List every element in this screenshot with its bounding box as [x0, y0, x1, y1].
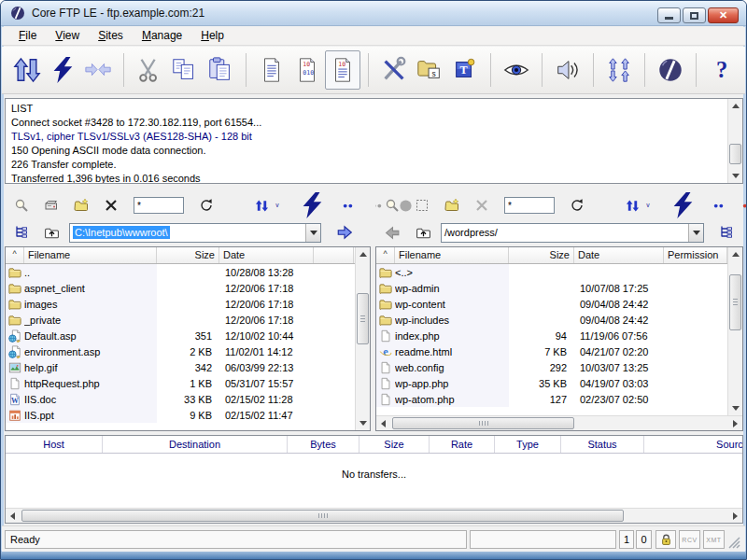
file-row[interactable]: aspnet_client12/20/06 17:18	[6, 280, 355, 296]
filter-input[interactable]	[504, 197, 555, 214]
file-row[interactable]: environment.asp2 KB11/02/01 14:12	[6, 343, 355, 359]
scroll-thumb[interactable]	[729, 274, 741, 330]
scroll-left-button[interactable]	[6, 509, 20, 524]
up-folder-icon[interactable]	[416, 225, 431, 241]
dropdown-v-icon[interactable]: v	[272, 200, 283, 211]
menu-item-sites[interactable]: Sites	[89, 27, 133, 45]
sound-button[interactable]	[550, 50, 585, 90]
queue-column-size[interactable]: Size	[359, 436, 430, 453]
combo-dropdown-button[interactable]	[305, 224, 320, 242]
connect-icon[interactable]	[298, 191, 326, 219]
text-mode-button[interactable]: T	[447, 50, 483, 90]
queue-button[interactable]	[601, 50, 637, 90]
dots-red-icon[interactable]	[740, 199, 747, 213]
queue-column-host[interactable]: Host	[6, 436, 103, 453]
column-header-filename[interactable]: Filename	[24, 247, 157, 263]
dots-blue-icon[interactable]	[341, 199, 355, 213]
path-combobox[interactable]: C:\Inetpub\wwwroot\	[69, 223, 321, 243]
column-header-permission[interactable]: Permission	[664, 247, 727, 263]
scroll-left-button[interactable]	[376, 416, 390, 431]
file-row[interactable]: ..10/28/08 13:28	[6, 264, 355, 280]
column-header-size[interactable]: Size	[509, 247, 574, 263]
file-row[interactable]: images12/20/06 17:18	[6, 296, 355, 312]
queue-column-destination[interactable]: Destination	[103, 436, 288, 453]
log-scrollbar[interactable]	[727, 99, 742, 183]
file-row[interactable]: help.gif34206/03/99 22:13	[6, 359, 355, 375]
maximize-button[interactable]	[683, 7, 706, 23]
binary-mode-button[interactable]: 10010	[289, 50, 325, 90]
file-row[interactable]: httpRequest.php1 KB05/31/07 15:57	[6, 375, 355, 391]
delete-icon[interactable]	[104, 198, 119, 213]
disconnect-button[interactable]	[80, 50, 116, 90]
minimize-button[interactable]	[657, 7, 681, 23]
file-list-vertical-scrollbar[interactable]	[727, 247, 742, 415]
back-icon[interactable]	[385, 225, 401, 241]
scroll-down-button[interactable]	[728, 169, 743, 183]
scroll-right-button[interactable]	[728, 509, 742, 524]
file-row[interactable]: IIS.ppt9 KB02/15/02 11:47	[6, 407, 355, 423]
filter-input[interactable]	[134, 197, 184, 214]
column-header-date[interactable]: Date	[574, 247, 664, 263]
transfer-button[interactable]	[9, 50, 45, 90]
menu-item-file[interactable]: File	[9, 27, 46, 45]
help-button[interactable]: ?	[704, 50, 740, 90]
queue-column-source[interactable]: Source	[644, 436, 742, 453]
queue-column-status[interactable]: Status	[561, 436, 644, 453]
file-list-horizontal-scrollbar[interactable]	[376, 415, 742, 430]
drive-icon[interactable]	[44, 198, 59, 213]
path-combobox[interactable]: /wordpress/	[441, 223, 704, 243]
file-row[interactable]: <..>	[376, 264, 727, 280]
new-folder-icon[interactable]	[444, 198, 459, 213]
column-header-size[interactable]: Size	[157, 247, 219, 263]
queue-horizontal-scrollbar[interactable]	[6, 508, 742, 523]
file-row[interactable]: wp-content09/04/08 24:42	[376, 296, 727, 312]
queue-column-type[interactable]: Type	[495, 436, 561, 453]
file-row[interactable]: Default.asp35112/10/02 10:44	[6, 328, 355, 343]
search-icon[interactable]	[385, 198, 400, 213]
file-row[interactable]: web.config29210/03/07 13:25	[376, 359, 727, 375]
file-row[interactable]: _private12/20/06 17:18	[6, 312, 355, 328]
scroll-thumb[interactable]	[392, 417, 574, 429]
file-row[interactable]: index.php9411/19/06 07:56	[376, 328, 727, 343]
about-button[interactable]	[653, 50, 688, 90]
scroll-right-button[interactable]	[728, 416, 742, 431]
menu-item-manage[interactable]: Manage	[133, 27, 191, 45]
transfer-arrows-icon[interactable]	[255, 199, 269, 213]
file-row[interactable]: ereadme.html7 KB04/21/07 02:20	[376, 343, 727, 359]
dropdown-v-icon[interactable]: v	[642, 200, 654, 211]
file-row[interactable]: wp-admin10/07/08 17:25	[376, 280, 727, 296]
transfer-arrows-icon[interactable]	[626, 199, 640, 213]
column-header-blank[interactable]	[314, 247, 354, 263]
scroll-up-button[interactable]	[356, 247, 371, 261]
resize-grip[interactable]	[728, 536, 740, 553]
go-icon[interactable]	[336, 224, 353, 241]
cut-button[interactable]	[132, 50, 167, 90]
menu-item-help[interactable]: Help	[191, 27, 233, 45]
sort-header[interactable]: ^	[376, 247, 395, 263]
column-header-filename[interactable]: Filename	[395, 247, 509, 263]
file-row[interactable]: WIIS.doc33 KB02/15/02 11:28	[6, 391, 355, 407]
auto-mode-button[interactable]: 10	[325, 50, 360, 90]
refresh-icon[interactable]	[570, 198, 585, 213]
queue-column-rate[interactable]: Rate	[430, 436, 495, 453]
scroll-up-button[interactable]	[728, 247, 743, 261]
scroll-up-button[interactable]	[728, 99, 743, 113]
delete-disabled-icon[interactable]	[474, 198, 489, 213]
new-folder-icon[interactable]	[74, 198, 89, 213]
file-row[interactable]: wp-atom.php12702/23/07 02:50	[376, 391, 727, 407]
tree-icon[interactable]	[719, 225, 734, 240]
scroll-thumb[interactable]	[729, 144, 741, 164]
combo-dropdown-button[interactable]	[688, 224, 703, 242]
file-row[interactable]: wp-includes09/04/08 24:42	[376, 312, 727, 328]
refresh-icon[interactable]	[199, 198, 214, 213]
scroll-down-button[interactable]	[356, 416, 371, 430]
dots-blue-icon[interactable]	[712, 199, 726, 213]
connect-button[interactable]	[45, 50, 80, 90]
connect-icon[interactable]	[669, 191, 697, 219]
close-button[interactable]: ✕	[708, 7, 739, 23]
paste-button[interactable]	[203, 50, 238, 90]
ascii-mode-button[interactable]	[254, 50, 289, 90]
up-folder-icon[interactable]	[44, 225, 60, 241]
search-icon[interactable]	[14, 198, 29, 213]
file-list-vertical-scrollbar[interactable]	[355, 247, 370, 430]
